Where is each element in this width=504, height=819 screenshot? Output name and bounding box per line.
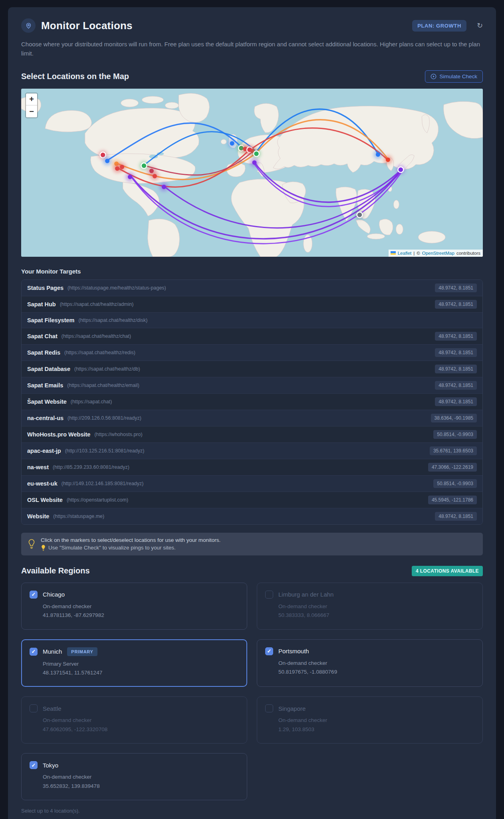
region-card[interactable]: Chicago On-demand checker 41.8781136, -8…	[21, 583, 247, 630]
map-marker[interactable]	[254, 151, 259, 157]
map-marker[interactable]	[230, 141, 234, 145]
target-name: WhoHosts.pro Website	[27, 431, 90, 438]
target-coordinates-badge: 38.6364, -90.1985	[431, 414, 477, 422]
primary-badge: PRIMARY	[67, 647, 97, 656]
region-checkbox[interactable]	[265, 591, 273, 599]
lightbulb-emoji-icon	[41, 545, 46, 551]
region-type: On-demand checker	[43, 716, 239, 725]
map-marker[interactable]	[141, 163, 147, 169]
openstreetmap-link[interactable]: OpenStreetMap	[422, 251, 454, 256]
header: Monitor Locations PLAN: GROWTH ↻	[21, 18, 483, 33]
world-map[interactable]: + − Leaflet | © OpenStreetMap contributo…	[21, 89, 483, 257]
region-card[interactable]: Tokyo On-demand checker 35.652832, 139.8…	[21, 753, 247, 800]
target-name: OSL Website	[27, 497, 63, 503]
zoom-in-button[interactable]: +	[26, 93, 37, 105]
region-type: On-demand checker	[43, 773, 239, 782]
table-row: eu-west-uk (http://149.102.146.185:8081/…	[22, 475, 482, 492]
region-coordinates: 50.8197675, -1.0880769	[278, 668, 474, 677]
target-coordinates-badge: 48.9742, 8.1851	[435, 332, 477, 341]
regions-grid: Chicago On-demand checker 41.8781136, -8…	[21, 583, 483, 801]
target-coordinates-badge: 48.9742, 8.1851	[435, 365, 477, 373]
target-url: (https://sapat.chat/healthz/db)	[74, 366, 140, 372]
map-marker[interactable]	[357, 212, 363, 218]
map-marker[interactable]	[376, 152, 380, 157]
map-marker[interactable]	[153, 174, 157, 178]
region-name: Seattle	[43, 705, 62, 712]
region-name: Portsmouth	[278, 648, 309, 654]
region-type: Primary Server	[43, 660, 239, 669]
target-coordinates-badge: 47.3066, -122.2619	[428, 463, 477, 472]
map-marker[interactable]	[100, 152, 106, 158]
table-row: apac-east-jp (http://103.125.216.51:8081…	[22, 442, 482, 459]
target-coordinates-badge: 48.9742, 8.1851	[435, 397, 477, 406]
map-marker[interactable]	[162, 184, 166, 189]
region-card[interactable]: Limburg an der Lahn On-demand checker 50…	[257, 583, 483, 630]
targets-list: Status Pages (https://statuspage.me/heal…	[21, 280, 483, 525]
region-name: Tokyo	[43, 762, 58, 769]
region-checkbox[interactable]	[265, 704, 273, 712]
target-name: Šapat Website	[27, 399, 67, 405]
region-coordinates: 48.1371541, 11.5761247	[43, 668, 239, 678]
region-card[interactable]: Seattle On-demand checker 47.6062095, -1…	[21, 696, 247, 744]
target-name: Status Pages	[27, 285, 63, 291]
target-url: (https://openstartuplist.com)	[67, 497, 128, 503]
region-checkbox[interactable]	[30, 704, 38, 712]
table-row: Sapat Hub (https://sapat.chat/healthz/ad…	[22, 296, 482, 312]
target-url: (https://sapat.chat/healthz/admin)	[60, 301, 134, 307]
page-description: Choose where your distributed monitors w…	[21, 40, 483, 58]
target-name: Website	[27, 513, 49, 520]
map-marker[interactable]	[128, 175, 132, 179]
target-url: (https://statuspage.me/healthz/status-pa…	[67, 285, 166, 291]
simulate-check-button[interactable]: Simulate Check	[425, 70, 483, 83]
map-marker[interactable]	[252, 160, 256, 165]
location-pin-icon	[21, 18, 36, 33]
target-url: (http://149.102.146.185:8081/readyz)	[62, 481, 144, 486]
target-name: eu-west-uk	[27, 480, 58, 487]
table-row: OSL Website (https://openstartuplist.com…	[22, 492, 482, 508]
selection-limit-note: Select up to 4 location(s).	[21, 808, 483, 814]
table-row: Sapat Filesystem (https://sapat.chat/hea…	[22, 312, 482, 328]
region-checkbox[interactable]	[265, 647, 273, 655]
map-marker[interactable]	[105, 159, 109, 163]
region-coordinates: 41.8781136, -87.6297982	[43, 611, 239, 620]
target-name: na-west	[27, 464, 49, 470]
map-marker[interactable]	[120, 165, 124, 169]
region-name: Singapore	[278, 705, 306, 712]
table-row: WhoHosts.pro Website (https://whohosts.p…	[22, 426, 482, 442]
region-checkbox[interactable]	[30, 648, 38, 656]
region-coordinates: 35.652832, 139.839478	[43, 782, 239, 791]
tip-box: Click on the markers to select/deselect …	[21, 533, 483, 555]
region-type: On-demand checker	[278, 716, 474, 725]
target-name: Sapat Hub	[27, 301, 56, 307]
map-marker[interactable]	[386, 157, 390, 162]
region-name: Limburg an der Lahn	[278, 591, 333, 598]
zoom-out-button[interactable]: −	[26, 105, 37, 117]
region-coordinates: 47.6062095, -122.3320708	[43, 725, 239, 734]
refresh-icon[interactable]: ↻	[477, 21, 483, 30]
leaflet-link[interactable]: Leaflet	[398, 251, 412, 256]
table-row: Sapat Database (https://sapat.chat/healt…	[22, 361, 482, 377]
region-name: Chicago	[43, 591, 65, 598]
monitor-locations-panel: Monitor Locations PLAN: GROWTH ↻ Choose …	[8, 7, 496, 819]
table-row: Status Pages (https://statuspage.me/heal…	[22, 280, 482, 296]
target-coordinates-badge: 50.8514, -0.9903	[433, 430, 477, 439]
table-row: na-central-us (http://209.126.0.56:8081/…	[22, 410, 482, 426]
map-attribution: Leaflet | © OpenStreetMap contributors	[389, 250, 483, 257]
target-coordinates-badge: 48.9742, 8.1851	[435, 284, 477, 292]
targets-heading: Your Monitor Targets	[21, 268, 483, 275]
target-name: Sapat Filesystem	[27, 317, 74, 323]
map-marker[interactable]	[398, 167, 403, 173]
region-card[interactable]: Munich PRIMARY Primary Server 48.1371541…	[21, 639, 247, 687]
region-checkbox[interactable]	[30, 591, 38, 599]
region-card[interactable]: Singapore On-demand checker 1.29, 103.85…	[257, 696, 483, 744]
target-coordinates-badge: 35.6761, 139.6503	[430, 446, 477, 455]
region-type: On-demand checker	[278, 602, 474, 611]
target-url: (https://sapat.chat/healthz/disk)	[78, 317, 147, 323]
target-url: (http://209.126.0.56:8081/readyz)	[67, 415, 141, 421]
region-card[interactable]: Portsmouth On-demand checker 50.8197675,…	[257, 639, 483, 687]
map-section-heading: Select Locations on the Map	[21, 72, 129, 81]
plan-badge: PLAN: GROWTH	[412, 20, 466, 32]
target-name: na-central-us	[27, 415, 63, 421]
region-checkbox[interactable]	[30, 761, 38, 769]
target-coordinates-badge: 48.9742, 8.1851	[435, 512, 477, 521]
